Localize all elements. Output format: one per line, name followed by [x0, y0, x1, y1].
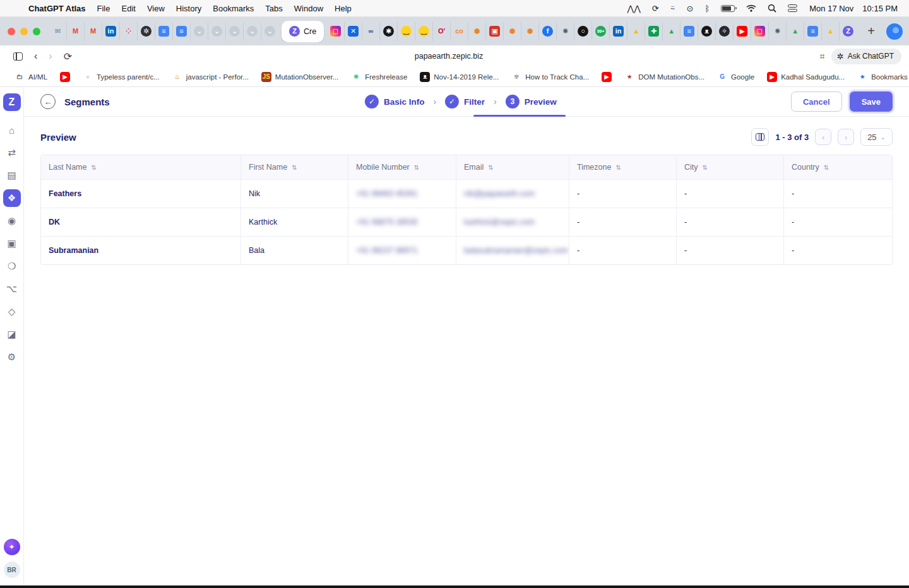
- table-row[interactable]: FeathersNik+91 98463 45391nik@papaearth.…: [41, 179, 892, 208]
- save-button[interactable]: Save: [850, 91, 893, 112]
- zepic-logo[interactable]: Z: [3, 93, 21, 111]
- app-m-icon[interactable]: ⋀⋀: [621, 4, 646, 13]
- pinned-tab-inactive-tab[interactable]: ⌄: [244, 22, 261, 41]
- pinned-tab-gdocs[interactable]: ≡: [680, 22, 698, 41]
- ai-assistant-button[interactable]: ✦: [4, 539, 20, 555]
- pinned-tab-gdrive[interactable]: ▲: [627, 22, 645, 41]
- pinned-tab-gray-knot[interactable]: ✺: [557, 22, 574, 41]
- step-basic-info[interactable]: ✓Basic Info: [365, 95, 425, 109]
- pinned-tab-facebook[interactable]: f: [539, 22, 557, 41]
- menu-item-bookmarks[interactable]: Bookmarks: [207, 4, 259, 13]
- bookmark-nov-14-2019-rele[interactable]: ᴥNov-14-2019 Rele...: [414, 72, 504, 82]
- pinned-tab-instagram[interactable]: ◻: [327, 22, 345, 41]
- pinned-tab-cube-orange[interactable]: ⬢: [504, 22, 521, 41]
- pinned-tab-gmail[interactable]: M: [67, 22, 85, 41]
- sort-icon[interactable]: ⇅: [615, 164, 621, 171]
- column-header-mobile[interactable]: Mobile Number⇅: [348, 155, 456, 179]
- pinned-tab-red-app[interactable]: ▣: [486, 22, 504, 41]
- pinned-tab-huggingface[interactable]: ‿: [398, 22, 415, 41]
- pinned-tab-slack[interactable]: ⁘: [120, 22, 138, 41]
- bookmark-kadhal-sadugudu[interactable]: ▶Kadhal Sadugudu...: [761, 72, 850, 82]
- bookmark-dom-mutationobs[interactable]: ★DOM MutationObs...: [619, 72, 710, 82]
- sidebar-item-segments[interactable]: ❖: [3, 189, 21, 207]
- pinned-tab-github[interactable]: ᴥ: [698, 22, 716, 41]
- pinned-tab-gmail[interactable]: M: [85, 22, 102, 41]
- pinned-tab-gdrive[interactable]: ▲: [787, 22, 804, 41]
- pinned-tab-cube-orange[interactable]: ⬢: [521, 22, 539, 41]
- prev-page-button[interactable]: ‹: [815, 129, 831, 145]
- pinned-tab-gdrive[interactable]: ▲: [822, 22, 840, 41]
- page-capture-icon[interactable]: ⌗: [820, 51, 825, 62]
- pinned-tab-x-blue[interactable]: ✕: [345, 22, 362, 41]
- pinned-tab-oreilly[interactable]: O': [433, 22, 451, 41]
- pinned-tab-inactive-tab[interactable]: ⌄: [208, 22, 226, 41]
- sort-icon[interactable]: ⇅: [824, 164, 829, 171]
- sidebar-item-settings[interactable]: ⚙: [3, 348, 21, 366]
- bookmark-freshrelease[interactable]: ❋Freshrelease: [345, 72, 413, 82]
- menu-item-edit[interactable]: Edit: [116, 4, 141, 13]
- bookmark-bookmarks[interactable]: ★Bookmarks: [852, 72, 909, 82]
- pinned-tab-gdocs[interactable]: ≡: [155, 22, 173, 41]
- sidebar-item-workflows[interactable]: ⌥: [3, 280, 21, 298]
- pinned-tab-linkedin[interactable]: in: [102, 22, 120, 41]
- table-row[interactable]: DKKarthick+91 98875 28535karthick@zepic.…: [41, 208, 892, 236]
- next-page-button[interactable]: ›: [838, 129, 854, 145]
- close-window-button[interactable]: [8, 28, 15, 35]
- column-header-timezone[interactable]: Timezone⇅: [569, 155, 677, 179]
- pinned-tab-gdocs[interactable]: ≡: [173, 22, 191, 41]
- column-header-country[interactable]: Country⇅: [784, 155, 892, 179]
- cat-app-icon[interactable]: ⍨: [665, 3, 681, 13]
- menu-date[interactable]: Mon 17 Nov: [803, 4, 856, 13]
- minimize-window-button[interactable]: [20, 28, 28, 35]
- zoom-window-button[interactable]: [33, 28, 40, 35]
- step-filter[interactable]: ✓Filter: [445, 95, 485, 109]
- spotlight-search-icon[interactable]: [762, 4, 782, 13]
- pinned-tab-gdocs[interactable]: ≡: [804, 22, 822, 41]
- pinned-tab-inactive-tab[interactable]: ⌄: [191, 22, 208, 41]
- sidebar-item-campaigns[interactable]: ◉: [3, 212, 21, 230]
- sidebar-item-products[interactable]: ◇: [3, 303, 21, 320]
- pinned-tab-mail[interactable]: ✉: [49, 22, 67, 41]
- bookmark-google[interactable]: GGoogle: [711, 72, 760, 82]
- back-button[interactable]: ‹: [28, 50, 43, 62]
- menu-item-help[interactable]: Help: [329, 4, 357, 13]
- bookmark-youtube[interactable]: ▶: [596, 72, 617, 82]
- menu-item-file[interactable]: File: [92, 4, 116, 13]
- battery-icon[interactable]: [715, 5, 740, 12]
- sidebar-item-conversations[interactable]: ❍: [3, 257, 21, 275]
- column-header-city[interactable]: City⇅: [677, 155, 784, 179]
- active-tab[interactable]: Z Cre: [282, 21, 324, 42]
- pinned-tab-inactive-tab[interactable]: ⌄: [226, 22, 244, 41]
- pinned-tab-youtube[interactable]: ▶: [734, 22, 751, 41]
- pinned-tab-badge-99[interactable]: 99+: [592, 22, 610, 41]
- user-avatar[interactable]: BR: [4, 562, 20, 578]
- pinned-tab-linkedin[interactable]: in: [610, 22, 627, 41]
- forward-button[interactable]: ›: [43, 50, 57, 62]
- sort-icon[interactable]: ⇅: [292, 164, 297, 171]
- sort-icon[interactable]: ⇅: [91, 164, 96, 171]
- menu-time[interactable]: 10:15 PM: [856, 4, 900, 13]
- menu-item-chatgpt-atlas[interactable]: ChatGPT Atlas: [23, 4, 92, 13]
- column-header-first_name[interactable]: First Name⇅: [241, 155, 348, 179]
- new-tab-button[interactable]: +: [858, 24, 884, 38]
- circle-up-icon[interactable]: ⊙: [681, 4, 699, 13]
- bluetooth-icon[interactable]: ᛒ: [699, 4, 715, 13]
- pinned-tab-dark-compass[interactable]: ✧: [716, 22, 734, 41]
- table-row[interactable]: SubramanianBala+91 98237 88971balasubram…: [41, 236, 892, 264]
- sort-icon[interactable]: ⇅: [703, 164, 708, 171]
- sort-icon[interactable]: ⇅: [488, 164, 493, 171]
- pinned-tab-zepic[interactable]: Z: [840, 22, 857, 41]
- pinned-tab-gsheets[interactable]: ✚: [645, 22, 663, 41]
- bookmark-how-to-track-cha[interactable]: ✾How to Track Cha...: [506, 72, 595, 82]
- menu-item-window[interactable]: Window: [288, 4, 329, 13]
- sync-icon[interactable]: ⟳: [646, 4, 665, 13]
- pinned-tab-infinity[interactable]: ∞: [362, 22, 380, 41]
- sidebar-item-analytics[interactable]: ◪: [3, 326, 21, 343]
- sidebar-item-content[interactable]: ▣: [3, 235, 21, 252]
- bookmark-youtube[interactable]: ▶: [54, 72, 76, 82]
- address-bar[interactable]: papaearth.zepic.biz: [78, 52, 820, 61]
- ask-chatgpt-button[interactable]: ✲ Ask ChatGPT: [831, 49, 901, 64]
- pinned-tab-huggingface[interactable]: ‿: [415, 22, 433, 41]
- pinned-tab-inactive-tab[interactable]: ⌄: [261, 22, 278, 41]
- page-size-select[interactable]: 25 ⌄: [860, 128, 893, 146]
